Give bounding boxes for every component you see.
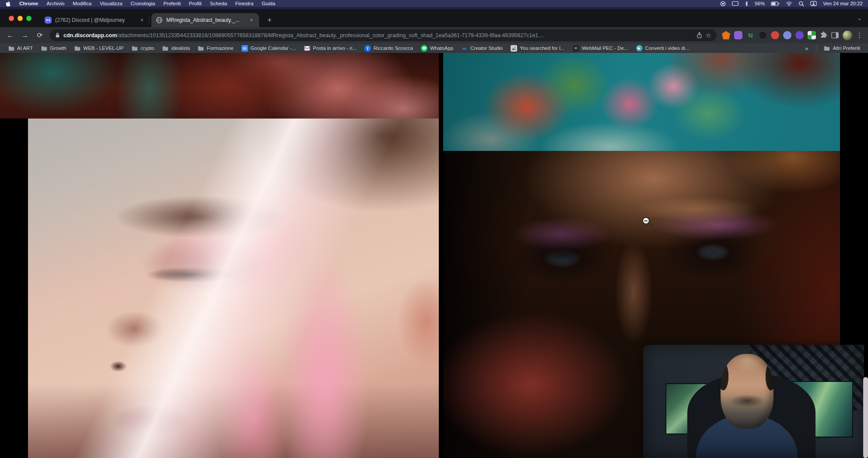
bookmark-video-converter[interactable]: ▶ Converti i video di... (633, 44, 693, 52)
url-text: cdn.discordapp.com/attachments/101351233… (63, 32, 693, 38)
spotlight-search-icon[interactable] (798, 1, 804, 7)
tab-close-icon[interactable]: × (248, 17, 255, 24)
other-bookmarks-folder[interactable]: Altri Preferiti (820, 44, 864, 52)
bookmark-folder[interactable]: WEB - LEVEL-UP (70, 44, 127, 52)
extensions-puzzle-icon[interactable] (820, 31, 827, 39)
folder-icon (41, 45, 47, 52)
bookmark-facebook[interactable]: f Riccardo Scrocca (361, 44, 416, 52)
google-calendar-icon: 31 (242, 45, 248, 52)
screen: Chrome Archivio Modifica Visualizza Cron… (0, 0, 868, 458)
photo-icon (511, 45, 517, 52)
new-tab-button[interactable]: + (264, 15, 275, 25)
extension-icon[interactable] (759, 31, 767, 39)
bookmark-label: Google Calendar -... (251, 45, 296, 51)
tab-discord[interactable]: (2762) Discord | @Midjourney × (40, 13, 150, 27)
menu-chrome[interactable]: Chrome (19, 1, 38, 6)
menu-profili[interactable]: Profili (189, 1, 202, 6)
bookmark-label: WhatsApp (430, 45, 453, 51)
reload-button[interactable]: ⟳ (35, 31, 45, 39)
bookmark-webmail-pec[interactable]: ✉ WebMail PEC - De... (569, 44, 632, 52)
tab-title: (2762) Discord | @Midjourney (55, 17, 135, 23)
menu-preferiti[interactable]: Preferiti (163, 1, 181, 6)
extension-icon[interactable]: N (746, 31, 755, 39)
bookmark-google-calendar[interactable]: 31 Google Calendar -... (238, 44, 300, 52)
screen-record-icon[interactable] (720, 1, 726, 7)
tab-search-chevron-icon[interactable]: ⌄ (857, 15, 862, 21)
meta-infinity-icon: ∞ (461, 45, 468, 52)
chrome-toolbar: ← → ⟳ cdn.discordapp.com/attachments/101… (0, 27, 868, 43)
extension-icon[interactable] (795, 31, 804, 39)
bookmark-folder[interactable]: idealista (159, 44, 193, 52)
bookmark-label: Posta in arrivo - ri... (313, 45, 357, 51)
menu-bar-clock[interactable]: Ven 24 mar 20:22 (823, 1, 863, 6)
image-portrait-soft-pink[interactable] (28, 119, 439, 458)
url-host: cdn.discordapp.com (63, 32, 117, 38)
folder-icon (74, 45, 80, 52)
share-icon[interactable] (696, 32, 702, 38)
bluetooth-icon[interactable] (745, 1, 749, 7)
display-mirroring-icon[interactable] (732, 1, 738, 6)
globe-favicon (156, 17, 163, 24)
extension-icon[interactable] (808, 31, 816, 39)
extension-icon[interactable] (722, 31, 730, 39)
tab-image-active[interactable]: MRregista_Abstract_beauty._... × (151, 13, 259, 27)
bookmark-label: Creator Studio (470, 45, 503, 51)
window-minimize-button[interactable] (18, 16, 23, 21)
extension-icon[interactable] (783, 31, 791, 39)
battery-percent: 56% (755, 1, 765, 6)
bookmark-star-icon[interactable]: ☆ (706, 31, 711, 39)
tab-title: MRregista_Abstract_beauty._... (166, 17, 245, 23)
back-button[interactable]: ← (5, 31, 15, 39)
bookmark-label: AI ART (17, 45, 33, 51)
side-panel-icon[interactable] (831, 32, 839, 38)
webcam-vignette (643, 345, 864, 458)
zoom-out-cursor-icon (642, 217, 650, 224)
bookmark-label: Formazione (207, 45, 234, 51)
menu-archivio[interactable]: Archivio (46, 1, 64, 6)
gmail-icon (304, 45, 310, 52)
wifi-icon[interactable] (786, 1, 792, 6)
bookmark-label: crypto (140, 45, 154, 51)
folder-icon (823, 45, 830, 52)
menu-guida[interactable]: Guida (262, 1, 275, 6)
bookmarks-bar: AI ART Growth WEB - LEVEL-UP crypto idea… (0, 43, 868, 53)
bookmark-folder[interactable]: Growth (37, 44, 70, 52)
bookmark-whatsapp[interactable]: ☎ WhatsApp (417, 44, 457, 52)
bookmark-gmail[interactable]: Posta in arrivo - ri... (300, 44, 360, 52)
bookmark-folder[interactable]: crypto (128, 44, 158, 52)
presenter-webcam-overlay (643, 345, 864, 458)
video-converter-icon: ▶ (636, 45, 643, 52)
bookmark-folder[interactable]: Formazione (194, 44, 237, 52)
lock-icon[interactable] (55, 32, 60, 38)
address-bar[interactable]: cdn.discordapp.com/attachments/101351233… (50, 29, 717, 41)
profile-avatar[interactable] (843, 31, 852, 40)
menu-visualizza[interactable]: Visualizza (100, 1, 122, 6)
url-path: /attachments/1013512335442333816/1088905… (117, 32, 544, 38)
menu-cronologia[interactable]: Cronologia (131, 1, 155, 6)
apple-logo-icon[interactable] (5, 0, 11, 7)
extension-icon[interactable] (734, 31, 742, 39)
user-switch-icon[interactable] (810, 1, 817, 6)
bookmarks-overflow-chevron[interactable]: » (801, 45, 812, 52)
macos-menu-bar: Chrome Archivio Modifica Visualizza Cron… (0, 0, 868, 7)
scrollbar-thumb[interactable] (863, 377, 868, 458)
bookmark-search-result[interactable]: You searched for I... (507, 44, 568, 52)
extension-icon[interactable] (771, 31, 779, 39)
bookmark-folder[interactable]: AI ART (4, 44, 36, 52)
bookmark-creator-studio[interactable]: ∞ Creator Studio (458, 44, 506, 52)
menu-modifica[interactable]: Modifica (73, 1, 91, 6)
folder-icon (131, 45, 138, 52)
image-fragment-abstract-hair[interactable] (0, 53, 439, 119)
window-zoom-button[interactable] (26, 16, 32, 21)
bookmark-label: You searched for I... (520, 45, 565, 51)
bookmark-label: WebMail PEC - De... (582, 45, 628, 51)
window-close-button[interactable] (9, 16, 14, 21)
bookmark-label: Converti i video di... (645, 45, 690, 51)
image-fragment-teal-hearts[interactable] (443, 53, 840, 151)
tab-close-icon[interactable]: × (139, 17, 145, 24)
battery-charging-icon[interactable] (771, 1, 780, 6)
forward-button[interactable]: → (20, 31, 30, 39)
menu-scheda[interactable]: Scheda (210, 1, 227, 6)
chrome-menu-kebab-icon[interactable]: ⋮ (856, 31, 863, 39)
menu-finestra[interactable]: Finestra (235, 1, 254, 6)
